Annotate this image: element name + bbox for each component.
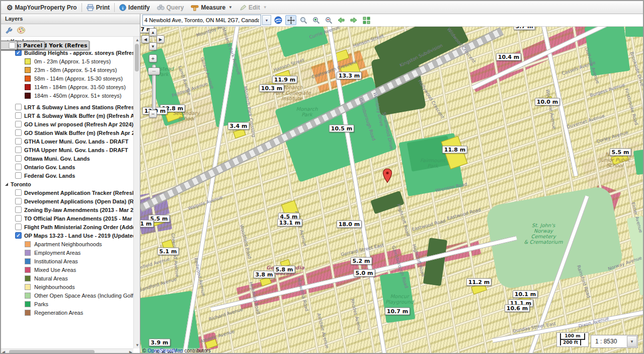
measure-button[interactable]: Measure ▼ xyxy=(187,2,236,13)
print-button[interactable]: Print xyxy=(83,2,113,13)
checkbox-unchecked[interactable] xyxy=(15,206,22,213)
legend-item[interactable]: Employment Areas xyxy=(1,248,133,257)
layer-item[interactable]: ✓OP Maps 13-23 - Land Use - 2019 (Update… xyxy=(1,231,133,240)
settings-wrench-icon[interactable] xyxy=(5,27,13,34)
layer-item[interactable]: Flight Path Ministerial Zoning Order (Ad… xyxy=(1,223,133,231)
legend-item[interactable]: 114m - 184m (Approx. 31-50 storeys) xyxy=(1,83,133,91)
pan-down-button[interactable]: ▼ xyxy=(149,42,157,50)
legend-swatch xyxy=(25,275,31,281)
legend-item[interactable]: Regeneration Areas xyxy=(1,308,133,317)
pan-right-button[interactable]: ▶ xyxy=(156,35,165,43)
tree-collapse-icon[interactable] xyxy=(5,183,8,186)
map-canvas[interactable]: ▲ ◀ ▶ ▼ + — − 100 m 200 ft 1 : 8530 ▼ © … xyxy=(140,25,644,354)
horizontal-scrollbar[interactable]: ◀ ▶ xyxy=(1,348,133,354)
building-height-label: 11.8 m xyxy=(442,146,467,154)
scale-bar-metric: 100 m xyxy=(560,333,585,340)
checkbox-unchecked[interactable] xyxy=(15,172,22,179)
layer-item[interactable]: GTHA Upper Muni. Gov. Lands - DRAFT xyxy=(1,146,133,154)
address-dropdown-button[interactable]: ▼ xyxy=(262,15,271,25)
legend-item[interactable]: 0m - 23m (Approx. 1-5 storeys) xyxy=(1,57,133,65)
zoom-slider-thumb[interactable]: — xyxy=(148,67,160,75)
checkbox-unchecked[interactable] xyxy=(15,164,22,170)
checkbox-unchecked[interactable] xyxy=(9,42,16,49)
pan-tool-button[interactable] xyxy=(285,15,296,25)
next-extent-button[interactable] xyxy=(348,15,359,25)
checkbox-unchecked[interactable] xyxy=(15,147,22,153)
scale-select[interactable]: 1 : 8530 ▼ xyxy=(591,335,638,348)
building-height-label: 5.5 m xyxy=(610,149,631,156)
zoom-out-button[interactable] xyxy=(323,15,334,25)
checkbox-unchecked[interactable] xyxy=(15,215,22,222)
checkbox-unchecked[interactable] xyxy=(15,198,22,204)
legend-item[interactable]: Natural Areas xyxy=(1,274,133,282)
layer-item[interactable]: GO Lines w/ proposed (Refresh Apr 2024) xyxy=(1,120,133,128)
scroll-right-icon[interactable]: ▶ xyxy=(129,350,132,354)
legend-item[interactable]: Apartment Neighbourhoods xyxy=(1,240,133,248)
scroll-down-icon[interactable]: ▼ xyxy=(135,343,139,347)
layer-item[interactable]: Development Applications (Open Data) (Re… xyxy=(1,197,133,205)
legend-item[interactable]: Other Open Space Areas (Including Golf xyxy=(1,291,133,300)
layer-item[interactable]: GTHA Lower Muni. Gov. Lands - DRAFT xyxy=(1,137,133,146)
zoom-out-minus-button[interactable]: − xyxy=(149,110,157,118)
checkbox-unchecked[interactable] xyxy=(15,138,22,145)
checkbox-checked[interactable]: ✓ xyxy=(15,49,22,56)
checkbox-checked[interactable]: ✓ xyxy=(15,232,22,239)
chevron-down-icon: ▼ xyxy=(228,5,232,10)
legend-item[interactable]: Institutional Areas xyxy=(1,257,133,265)
checkbox-unchecked[interactable] xyxy=(15,129,22,136)
layer-item[interactable]: Federal Gov. Lands xyxy=(1,171,133,180)
vertical-scroll-thumb[interactable] xyxy=(135,44,139,72)
toolbar-separator xyxy=(82,3,82,12)
checkbox-unchecked[interactable] xyxy=(15,224,22,230)
pencil-icon xyxy=(239,4,247,11)
app-toolbar: ⚙ MapYourProperty Pro Print i Identify Q… xyxy=(1,1,643,14)
zoom-in-plus-button[interactable]: + xyxy=(149,54,157,62)
identify-button[interactable]: i Identify xyxy=(116,2,153,13)
zoom-in-button[interactable] xyxy=(310,15,321,25)
address-search-input[interactable] xyxy=(142,15,261,26)
vertical-scrollbar[interactable]: ▲ ▼ xyxy=(133,37,140,348)
full-extent-button[interactable] xyxy=(361,15,372,25)
layer-item[interactable]: Zoning By-law Amendments (2013 - Mar 202… xyxy=(1,205,133,214)
checkbox-unchecked[interactable] xyxy=(15,155,22,162)
sublayer-checkbox[interactable] xyxy=(1,41,18,50)
building-height-label: 5.0 m xyxy=(354,269,375,277)
layer-item[interactable]: Ottawa Muni. Gov. Lands xyxy=(1,154,133,163)
legend-item[interactable]: Parks xyxy=(1,300,133,308)
chevron-down-icon: ▼ xyxy=(263,5,267,10)
layers-tree: Key Layers✓Parcel and Addresses - Toront… xyxy=(1,37,133,348)
layer-item[interactable]: LRT & Subway Walk Buffer (m) (Refresh Ap… xyxy=(1,111,133,120)
chevron-down-icon[interactable]: ▼ xyxy=(627,336,637,347)
google-earth-button[interactable] xyxy=(273,15,284,25)
basemap-palette-icon[interactable] xyxy=(17,27,26,34)
previous-extent-button[interactable] xyxy=(336,15,347,25)
legend-item[interactable]: 58m - 114m (Approx. 15-30 storeys) xyxy=(1,74,133,83)
scroll-left-icon[interactable]: ◀ xyxy=(2,350,5,354)
layer-item[interactable]: Ontario Gov. Lands xyxy=(1,163,133,171)
horizontal-scroll-thumb[interactable] xyxy=(9,350,95,354)
pan-left-button[interactable]: ◀ xyxy=(141,35,149,43)
layer-item[interactable]: LRT & Subway Lines and Stations (Refresh… xyxy=(1,103,133,111)
checkbox-unchecked[interactable] xyxy=(15,189,22,196)
legend-item[interactable]: 184m - 450m (Approx. 51+ storeys) xyxy=(1,91,133,100)
pan-up-button[interactable]: ▲ xyxy=(149,28,157,36)
building-height-label: 3.8 m xyxy=(254,271,275,278)
measure-ruler-icon xyxy=(191,4,199,11)
checkbox-unchecked[interactable] xyxy=(15,104,22,110)
building-height-label: 3.9 m xyxy=(149,339,171,346)
legend-item[interactable]: Mixed Use Areas xyxy=(1,265,133,274)
legend-swatch xyxy=(25,58,31,64)
layer-item[interactable]: TO Official Plan Amendments (2015 - Mar … xyxy=(1,214,133,223)
scale-bar-imperial: 200 ft xyxy=(560,340,581,345)
checkbox-unchecked[interactable] xyxy=(15,121,22,127)
scroll-up-icon[interactable]: ▲ xyxy=(135,38,139,42)
checkbox-unchecked[interactable] xyxy=(15,112,22,119)
layer-group-toronto[interactable]: Toronto xyxy=(1,180,133,188)
layer-item[interactable]: GO Station Walk Buffer (m) (Refresh Apr … xyxy=(1,128,133,137)
legend-item[interactable]: Neighbourhoods xyxy=(1,282,133,291)
legend-item[interactable]: 23m - 58m (Approx. 5-14 storeys) xyxy=(1,65,133,74)
openstreetmap-link[interactable]: OpenStreetMap xyxy=(147,348,183,353)
zoom-tool-button[interactable] xyxy=(298,15,309,25)
layer-item[interactable]: Development Application Tracker (Refresh… xyxy=(1,188,133,197)
info-icon: i xyxy=(119,4,126,11)
